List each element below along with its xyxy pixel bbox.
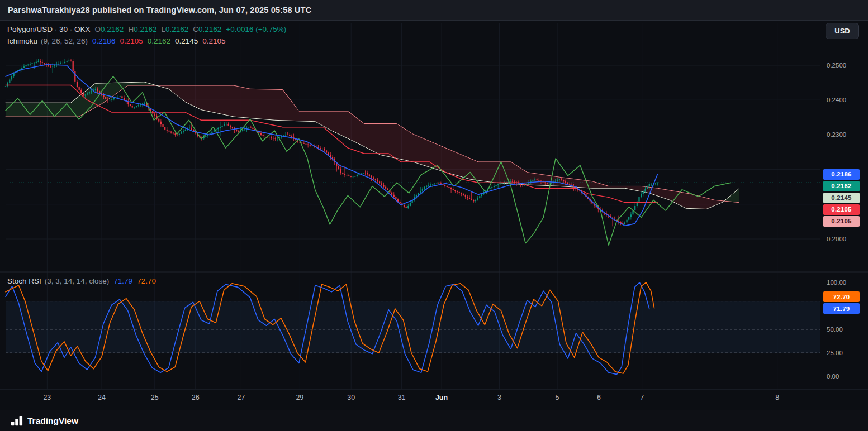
ohlc-label: C [193, 25, 198, 33]
ichimoku-value-lead1: 0.2145 [175, 37, 198, 45]
stoch-band-fill [6, 301, 820, 353]
time-axis-label: 5 [556, 394, 559, 401]
time-axis-label: 24 [98, 394, 106, 401]
publish-text: ParshwaTurakhiya28 published on TradingV… [8, 6, 311, 15]
ohlc-label: H [128, 25, 134, 33]
stoch-axis-label: 100.00 [827, 279, 846, 286]
axis-badge-base: 0.2105 [823, 204, 860, 215]
stoch-d-value: 72.70 [137, 277, 156, 285]
publish-header-bar: ParshwaTurakhiya28 published on TradingV… [0, 0, 868, 21]
price-axis-label: 0.2000 [827, 236, 846, 242]
ichimoku-value-lagging: 0.2162 [148, 37, 170, 45]
tradingview-published-chart: 0.25000.24000.23000.2000100.0050.0025.00… [0, 0, 868, 431]
axis-badge-lead1: 0.2145 [823, 193, 860, 203]
stoch-axis-label: 0.00 [827, 373, 839, 380]
chikou-line [6, 76, 731, 245]
tradingview-wordmark: TradingView [27, 416, 78, 426]
time-axis-label: 8 [775, 394, 779, 401]
price-axis-label: 0.2500 [827, 62, 846, 69]
tradingview-logo-link[interactable]: TradingView [7, 414, 82, 428]
price-axis-label: 0.2300 [827, 131, 846, 138]
ichimoku-legend: Ichimoku(9, 26, 52, 26)0.21860.21050.216… [7, 37, 226, 45]
ohlc-value: 0.2162 [134, 25, 156, 33]
ichimoku-indicator-name: Ichimoku [7, 37, 37, 45]
ichimoku-cloud-bull [726, 189, 739, 203]
axis-badge-last-price: 0.2162 [823, 181, 860, 191]
currency-button[interactable]: USD [826, 23, 859, 39]
time-axis-label: 3 [497, 394, 501, 401]
time-axis-label: 25 [151, 394, 159, 401]
ichimoku-params: (9, 26, 52, 26) [41, 37, 88, 45]
time-axis-label: 30 [347, 394, 355, 401]
axis-badge-lead2: 0.2105 [823, 216, 860, 227]
price-axis-label: 0.2400 [827, 97, 846, 103]
ichimoku-value-base: 0.2105 [120, 37, 143, 45]
ohlc-label: O [95, 25, 101, 33]
axis-badge-stoch-k: 71.79 [823, 303, 860, 314]
ohlc-value: 0.2162 [198, 25, 221, 33]
time-axis-labels: 2324252627293031Jun35678 [43, 394, 779, 401]
bottom-toolbar: TradingView [0, 410, 868, 431]
price-axis-labels: 0.25000.24000.23000.2000 [827, 62, 846, 242]
time-axis-label: Jun [435, 394, 448, 401]
time-axis-label: 29 [296, 394, 303, 401]
price-change: +0.0016 (+0.75%) [226, 25, 286, 33]
axis-badge-stoch-d: 72.70 [823, 291, 860, 302]
ohlc-value: 0.2162 [165, 25, 188, 33]
stoch-rsi-legend: Stoch RSI(3, 3, 14, 14, close)71.7972.70 [7, 277, 156, 285]
time-axis-label: 6 [597, 394, 601, 401]
ichimoku-value-lead2: 0.2105 [202, 37, 225, 45]
ohlc-values: O0.2162H0.2162L0.2162C0.2162 [91, 25, 222, 33]
tradingview-logo-icon [11, 415, 23, 427]
time-axis-label: 23 [43, 394, 51, 401]
stoch-axis-label: 50.00 [827, 326, 843, 333]
axis-badge-conversion: 0.2186 [823, 169, 860, 180]
stoch-k-value: 71.79 [113, 277, 132, 285]
ichimoku-cloud-bear [159, 85, 723, 209]
stoch-params: (3, 3, 14, 14, close) [45, 277, 110, 285]
ohlc-value: 0.2162 [101, 25, 124, 33]
time-axis-label: 27 [237, 394, 245, 401]
ohlc-label: L [161, 25, 165, 33]
main-legend: Polygon/USD · 30 · OKXO0.2162H0.2162L0.2… [7, 25, 286, 33]
stoch-axis-label: 25.00 [827, 349, 843, 356]
ichimoku-values: 0.21860.21050.21620.21450.2105 [88, 37, 225, 45]
symbol-title: Polygon/USD · 30 · OKX [7, 25, 91, 33]
time-axis-label: 7 [640, 394, 644, 401]
chart-canvas: 0.25000.24000.23000.2000100.0050.0025.00… [0, 0, 868, 431]
time-axis-label: 31 [398, 394, 406, 401]
time-axis-label: 26 [192, 394, 200, 401]
stoch-indicator-name: Stoch RSI [7, 277, 41, 285]
ichimoku-value-conversion: 0.2186 [92, 37, 115, 45]
